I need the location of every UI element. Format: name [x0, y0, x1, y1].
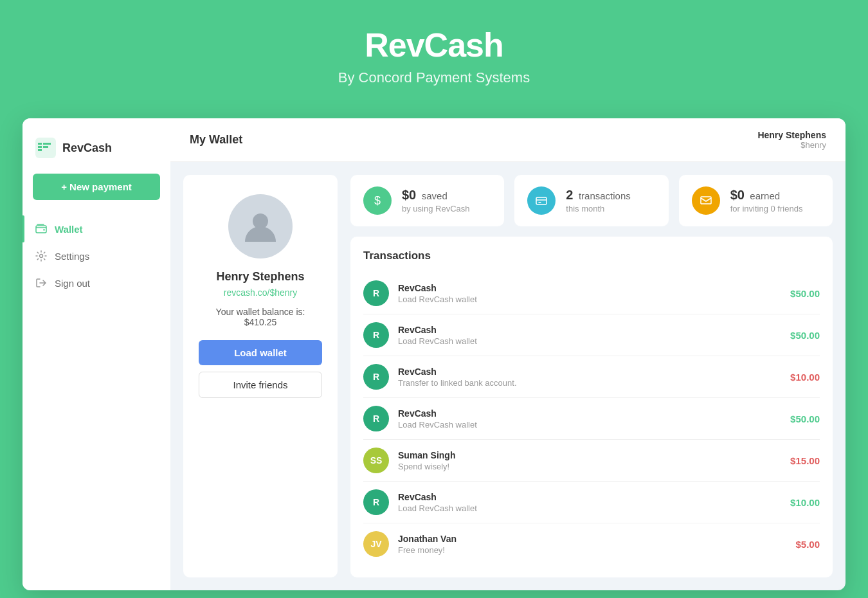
stat-unit-earned: earned: [750, 190, 780, 201]
tx-name: RevCash: [398, 283, 790, 293]
tx-avatar: R: [363, 280, 389, 306]
stat-info-earned: $0 earned for inviting 0 friends: [730, 188, 803, 213]
tx-desc: Load RevCash wallet: [398, 420, 790, 430]
settings-icon: [35, 250, 47, 262]
sidebar-item-settings[interactable]: Settings: [23, 242, 170, 269]
tx-avatar: JV: [363, 531, 389, 557]
svg-rect-1: [36, 226, 46, 233]
tx-amount: $15.00: [790, 455, 820, 466]
revcash-logo-icon: [35, 138, 56, 158]
main-header: My Wallet Henry Stephens $henry: [170, 118, 845, 162]
stat-icon-saved: $: [363, 186, 392, 215]
tx-name: Jonathan Van: [398, 534, 795, 544]
stat-unit-saved: saved: [422, 190, 448, 201]
stat-info-transactions: 2 transactions this month: [566, 188, 630, 213]
tx-name: RevCash: [398, 492, 790, 502]
svg-rect-2: [43, 230, 45, 231]
stat-unit-transactions: transactions: [579, 190, 631, 201]
sidebar-item-signout[interactable]: Sign out: [23, 269, 170, 296]
tx-desc: Load RevCash wallet: [398, 294, 790, 304]
stat-info-saved: $0 saved by using RevCash: [402, 188, 470, 213]
transactions-title: Transactions: [363, 249, 820, 262]
hero-section: RevCash By Concord Payment Systems: [0, 0, 868, 105]
sidebar-item-wallet[interactable]: Wallet: [23, 215, 170, 242]
tx-avatar: R: [363, 406, 389, 431]
tx-info: RevCash Load RevCash wallet: [398, 283, 790, 304]
tx-info: RevCash Transfer to linked bank account.: [398, 367, 790, 388]
stat-desc-transactions: this month: [566, 204, 630, 213]
content-area: Henry Stephens revcash.co/$henry Your wa…: [170, 162, 845, 590]
new-payment-button[interactable]: + New payment: [33, 174, 160, 200]
table-row: JV Jonathan Van Free money! $5.00: [363, 523, 820, 565]
table-row: R RevCash Load RevCash wallet $10.00: [363, 482, 820, 523]
tx-amount: $10.00: [790, 372, 820, 383]
avatar: [228, 194, 293, 258]
profile-handle: revcash.co/$henry: [224, 287, 297, 298]
sidebar-logo: RevCash: [23, 131, 170, 174]
stat-desc-saved: by using RevCash: [402, 204, 470, 213]
tx-amount: $5.00: [795, 539, 820, 550]
invite-friends-button[interactable]: Invite friends: [199, 372, 322, 398]
tx-amount: $10.00: [790, 497, 820, 508]
transactions-card: Transactions R RevCash Load RevCash wall…: [350, 237, 833, 577]
page-title: My Wallet: [190, 133, 242, 147]
tx-amount: $50.00: [790, 330, 820, 341]
transactions-list: R RevCash Load RevCash wallet $50.00 R R…: [363, 273, 820, 565]
right-panel: $ $0 saved by using RevCash: [350, 175, 833, 577]
sidebar-signout-label: Sign out: [55, 278, 90, 289]
tx-info: RevCash Load RevCash wallet: [398, 492, 790, 513]
sidebar-wallet-label: Wallet: [55, 224, 83, 235]
sidebar: RevCash + New payment Wallet Se: [23, 118, 170, 590]
tx-desc: Load RevCash wallet: [398, 503, 790, 513]
main-content: My Wallet Henry Stephens $henry Henry St…: [170, 118, 845, 590]
table-row: R RevCash Load RevCash wallet $50.00: [363, 273, 820, 314]
load-wallet-button[interactable]: Load wallet: [199, 340, 322, 365]
stat-icon-earned: [692, 186, 720, 215]
table-row: R RevCash Transfer to linked bank accoun…: [363, 356, 820, 398]
stat-value-transactions: 2: [566, 188, 573, 202]
tx-name: RevCash: [398, 367, 790, 377]
svg-point-3: [40, 255, 43, 258]
sidebar-logo-text: RevCash: [62, 141, 112, 155]
table-row: SS Suman Singh Spend wisely! $15.00: [363, 440, 820, 482]
stat-card-transactions: 2 transactions this month: [514, 175, 668, 226]
wallet-icon: [35, 223, 47, 235]
tx-info: Jonathan Van Free money!: [398, 534, 795, 555]
tx-desc: Load RevCash wallet: [398, 336, 790, 346]
tx-amount: $50.00: [790, 413, 820, 424]
hero-title: RevCash: [13, 26, 855, 64]
tx-name: Suman Singh: [398, 450, 790, 460]
profile-balance: Your wallet balance is: $410.25: [199, 307, 322, 327]
tx-avatar: R: [363, 489, 389, 515]
stat-desc-earned: for inviting 0 friends: [730, 204, 803, 213]
tx-avatar: SS: [363, 448, 389, 473]
tx-amount: $50.00: [790, 288, 820, 299]
tx-info: Suman Singh Spend wisely!: [398, 450, 790, 471]
user-name: Henry Stephens: [757, 130, 826, 140]
user-handle: $henry: [757, 140, 826, 150]
tx-desc: Free money!: [398, 545, 795, 555]
signout-icon: [35, 277, 47, 289]
stat-value-earned: $0: [730, 188, 745, 202]
tx-avatar: R: [363, 322, 389, 348]
tx-info: RevCash Load RevCash wallet: [398, 325, 790, 346]
user-info: Henry Stephens $henry: [757, 130, 826, 150]
tx-info: RevCash Load RevCash wallet: [398, 408, 790, 430]
hero-subtitle: By Concord Payment Systems: [13, 69, 855, 86]
sidebar-settings-label: Settings: [55, 251, 89, 262]
tx-desc: Spend wisely!: [398, 462, 790, 471]
stat-value-saved: $0: [402, 188, 416, 202]
svg-rect-5: [536, 197, 547, 204]
table-row: R RevCash Load RevCash wallet $50.00: [363, 398, 820, 440]
tx-name: RevCash: [398, 408, 790, 419]
table-row: R RevCash Load RevCash wallet $50.00: [363, 314, 820, 356]
profile-name: Henry Stephens: [216, 270, 304, 284]
stat-icon-transactions: [527, 186, 556, 215]
tx-desc: Transfer to linked bank account.: [398, 378, 790, 388]
tx-name: RevCash: [398, 325, 790, 335]
tx-avatar: R: [363, 364, 389, 390]
stats-row: $ $0 saved by using RevCash: [350, 175, 833, 226]
stat-card-earned: $0 earned for inviting 0 friends: [679, 175, 833, 226]
profile-card: Henry Stephens revcash.co/$henry Your wa…: [183, 175, 338, 577]
app-container: RevCash + New payment Wallet Se: [23, 118, 845, 590]
